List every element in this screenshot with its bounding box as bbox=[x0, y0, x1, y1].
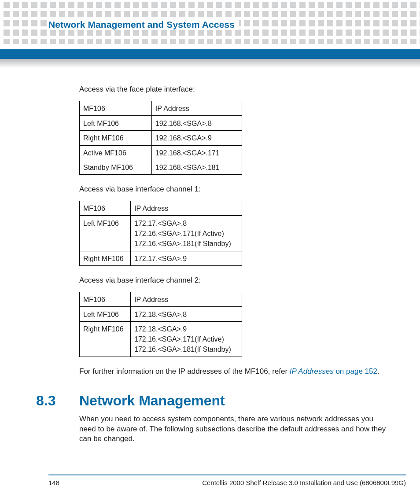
table-cell: 192.168.<SGA>.171 bbox=[151, 145, 242, 160]
table-row: Left MF106172.18.<SGA>.8 bbox=[80, 307, 242, 322]
cross-reference-link[interactable]: IP Addresses bbox=[290, 367, 334, 375]
table-base-ch1: MF106 IP Address Left MF106172.17.<SGA>.… bbox=[79, 201, 242, 266]
table-row: Standby MF106192.168.<SGA>.181 bbox=[80, 160, 242, 174]
table-cell: Right MF106 bbox=[80, 251, 131, 265]
paragraph: Access via the face plate interface: bbox=[79, 85, 389, 95]
chapter-title: Network Management and System Access bbox=[48, 19, 239, 30]
paragraph: When you need to access system component… bbox=[79, 414, 389, 445]
paragraph-with-link: For further information on the IP addres… bbox=[79, 367, 389, 377]
table-cell: Right MF106 bbox=[80, 322, 131, 357]
page-number: 148 bbox=[48, 479, 59, 486]
document-title: Centellis 2000 Shelf Release 3.0 Install… bbox=[202, 479, 406, 486]
table-cell: 192.168.<SGA>.9 bbox=[151, 131, 242, 145]
table-row: Right MF106172.18.<SGA>.9 172.16.<SGA>.1… bbox=[80, 322, 242, 357]
text: . bbox=[377, 367, 379, 375]
table-row: Active MF106192.168.<SGA>.171 bbox=[80, 145, 242, 160]
table-cell: 172.17.<SGA>.8 172.16.<SGA>.171(If Activ… bbox=[131, 216, 242, 251]
cross-reference-link[interactable]: on page 152 bbox=[334, 367, 377, 375]
section-title: Network Management bbox=[79, 393, 225, 409]
table-row: Left MF106172.17.<SGA>.8 172.16.<SGA>.17… bbox=[80, 216, 242, 251]
header-blue-bar bbox=[0, 49, 420, 59]
header-shadow bbox=[0, 59, 420, 68]
section-number: 8.3 bbox=[36, 393, 63, 409]
paragraph: Access via base interface channel 2: bbox=[79, 276, 389, 286]
text: For further information on the IP addres… bbox=[79, 367, 290, 375]
table-row: Right MF106192.168.<SGA>.9 bbox=[80, 131, 242, 145]
paragraph: Access via base interface channel 1: bbox=[79, 184, 389, 195]
table-header: IP Address bbox=[131, 292, 242, 307]
table-cell: Standby MF106 bbox=[80, 160, 152, 174]
table-header: MF106 bbox=[80, 101, 152, 116]
table-cell: 172.18.<SGA>.9 172.16.<SGA>.171(If Activ… bbox=[131, 322, 242, 357]
section-heading: 8.3 Network Management bbox=[36, 393, 389, 409]
table-cell: 192.168.<SGA>.8 bbox=[151, 116, 242, 131]
page-footer: 148 Centellis 2000 Shelf Release 3.0 Ins… bbox=[0, 475, 420, 486]
table-cell: Left MF106 bbox=[80, 116, 152, 131]
table-header: IP Address bbox=[151, 101, 242, 116]
table-row: Right MF106172.17.<SGA>.9 bbox=[80, 251, 242, 265]
table-cell: Active MF106 bbox=[80, 145, 152, 160]
table-cell: 192.168.<SGA>.181 bbox=[151, 160, 242, 174]
table-row: Left MF106192.168.<SGA>.8 bbox=[80, 116, 242, 131]
table-cell: Right MF106 bbox=[80, 131, 152, 145]
table-header: IP Address bbox=[131, 201, 242, 216]
footer-rule bbox=[48, 475, 406, 475]
table-cell: 172.18.<SGA>.8 bbox=[131, 307, 242, 322]
table-cell: 172.17.<SGA>.9 bbox=[131, 251, 242, 265]
table-base-ch2: MF106 IP Address Left MF106172.18.<SGA>.… bbox=[79, 292, 242, 357]
table-cell: Left MF106 bbox=[80, 216, 131, 251]
table-header: MF106 bbox=[80, 201, 131, 216]
table-faceplate: MF106 IP Address Left MF106192.168.<SGA>… bbox=[79, 101, 242, 175]
table-header: MF106 bbox=[80, 292, 131, 307]
table-cell: Left MF106 bbox=[80, 307, 131, 322]
